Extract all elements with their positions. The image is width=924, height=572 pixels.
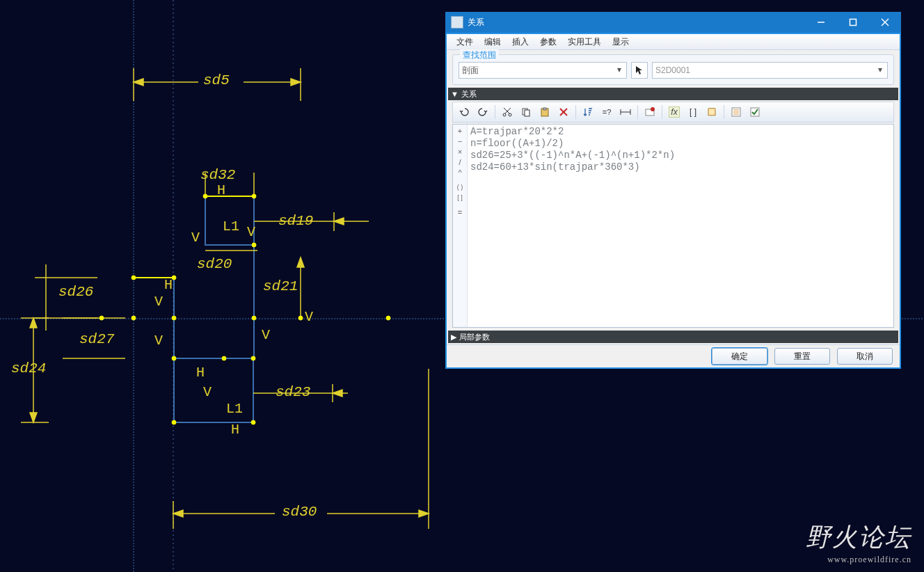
svg-point-50 [252, 194, 256, 198]
sketch-geom [174, 196, 254, 422]
relations-dialog: 关系 文件 编辑 插入 参数 实用工具 显示 查找范围 剖面 ▾ [445, 12, 901, 369]
svg-rect-66 [543, 108, 546, 110]
menu-show[interactable]: 显示 [607, 36, 635, 48]
copy-button[interactable] [518, 104, 534, 120]
app-icon [451, 16, 463, 29]
book-icon [706, 106, 717, 118]
svg-point-41 [132, 276, 136, 280]
sketch-points [99, 194, 390, 424]
brackets-icon: [ ] [690, 107, 696, 117]
verify-button[interactable]: =? [598, 104, 615, 120]
op-slash[interactable]: / [453, 157, 467, 168]
op-plus[interactable]: + [453, 126, 467, 136]
scope-type-combo[interactable]: 剖面 ▾ [459, 62, 627, 79]
menu-file[interactable]: 文件 [451, 36, 479, 48]
delete-button[interactable] [555, 104, 572, 120]
maximize-button[interactable] [837, 12, 869, 33]
separator [724, 105, 724, 119]
svg-point-47 [251, 420, 255, 424]
book-button[interactable] [703, 104, 720, 120]
op-paren[interactable]: ( ) [453, 182, 467, 193]
check-button[interactable] [747, 104, 763, 120]
brackets-button[interactable]: [ ] [685, 104, 701, 120]
svg-point-61 [503, 113, 506, 116]
svg-point-53 [298, 316, 303, 320]
section-relations-label: 关系 [461, 89, 477, 100]
menu-insert[interactable]: 插入 [507, 36, 534, 48]
section-relations[interactable]: ▼ 关系 [448, 88, 898, 100]
svg-point-42 [172, 276, 176, 280]
op-times[interactable]: × [453, 147, 467, 157]
redo-button[interactable] [475, 104, 491, 120]
dimension-icon [620, 108, 631, 116]
svg-marker-28 [30, 318, 37, 328]
op-eq[interactable]: = [453, 207, 467, 218]
sort-button[interactable] [580, 104, 596, 120]
titlebar[interactable]: 关系 [445, 12, 901, 33]
section-local[interactable]: ▶ 局部参数 [448, 331, 898, 343]
list-button[interactable] [728, 104, 744, 120]
undo-icon [459, 106, 470, 118]
separator [637, 105, 638, 119]
list-icon [731, 106, 742, 118]
menubar: 文件 编辑 插入 参数 实用工具 显示 [447, 34, 900, 50]
op-brack[interactable]: [ ] [453, 193, 467, 203]
op-caret[interactable]: ^ [453, 168, 467, 178]
measure-button[interactable] [617, 104, 634, 120]
svg-point-45 [172, 420, 176, 424]
triangle-down-icon: ▼ [451, 90, 459, 98]
menu-tools[interactable]: 实用工具 [562, 36, 607, 48]
dialog-client: 文件 编辑 插入 参数 实用工具 显示 查找范围 剖面 ▾ S2D0001 ▾ [447, 34, 900, 367]
svg-marker-29 [30, 413, 37, 422]
menu-edit[interactable]: 编辑 [479, 36, 507, 48]
sketch-geom-hl [134, 196, 254, 278]
scope-id-combo[interactable]: S2D0001 ▾ [652, 62, 888, 79]
svg-point-44 [172, 356, 176, 360]
toolbar: =? fx [ ] [452, 102, 894, 122]
separator [575, 105, 576, 119]
cut-button[interactable] [499, 104, 516, 120]
svg-rect-58 [850, 19, 857, 26]
close-button[interactable] [869, 12, 901, 33]
paste-button[interactable] [536, 104, 553, 120]
scope-legend: 查找范围 [460, 49, 499, 61]
minimize-button[interactable] [805, 12, 837, 33]
svg-point-73 [651, 107, 655, 111]
svg-point-54 [386, 316, 390, 320]
reset-button[interactable]: 重置 [774, 348, 830, 365]
svg-rect-0 [174, 358, 253, 422]
svg-marker-34 [297, 257, 304, 267]
section-local-label: 局部参数 [459, 332, 490, 342]
svg-point-55 [99, 316, 104, 320]
button-bar: 确定 重置 取消 [447, 344, 900, 367]
chevron-down-icon: ▾ [875, 64, 886, 75]
paste-icon [539, 106, 550, 118]
function-button[interactable]: fx [666, 104, 683, 120]
pick-button[interactable] [631, 62, 648, 79]
separator [662, 105, 662, 119]
copy-icon [520, 106, 532, 118]
svg-marker-12 [134, 79, 143, 86]
check-icon [749, 106, 760, 118]
ok-button[interactable]: 确定 [712, 348, 767, 365]
units-button[interactable] [642, 104, 658, 120]
separator [495, 105, 495, 119]
code-textarea[interactable]: A=trajpar*20*2*2 n=floor((A+1)/2) sd26=2… [468, 125, 893, 327]
units-icon [644, 106, 655, 118]
cancel-button[interactable]: 取消 [837, 348, 893, 365]
op-minus[interactable]: − [453, 136, 467, 147]
svg-point-56 [132, 316, 136, 320]
svg-point-62 [509, 113, 511, 116]
svg-marker-19 [419, 510, 429, 517]
operator-gutter: + − × / ^ ( ) [ ] = [453, 125, 468, 327]
svg-rect-1 [205, 196, 254, 245]
window-title: 关系 [468, 17, 805, 29]
svg-rect-64 [525, 110, 529, 116]
scissors-icon [502, 106, 513, 118]
undo-button[interactable] [456, 104, 472, 120]
fx-icon: fx [669, 106, 679, 118]
chevron-down-icon: ▾ [614, 64, 625, 75]
svg-marker-13 [291, 79, 301, 86]
menu-params[interactable]: 参数 [534, 36, 562, 48]
cursor-icon [635, 65, 644, 75]
